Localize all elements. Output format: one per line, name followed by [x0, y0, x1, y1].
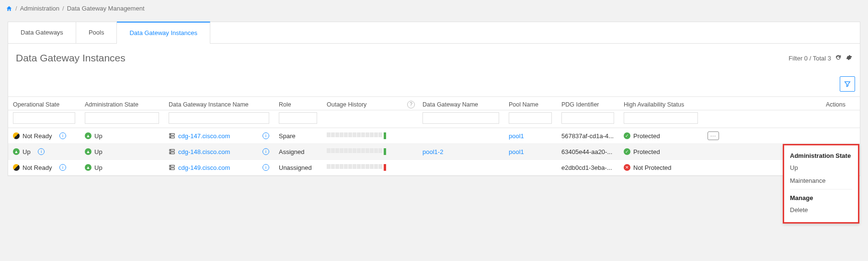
filter-counter: Filter 0 / Total 3 [788, 55, 831, 62]
instance-name-link[interactable]: cdg-148.cisco.com [178, 148, 230, 155]
dg-name-link[interactable]: pool1-2 [423, 148, 443, 155]
op-state-value: Up [23, 148, 31, 155]
col-administration-state[interactable]: Administration State [85, 101, 138, 108]
col-actions: Actions [826, 101, 845, 108]
row-actions-button[interactable]: ··· [708, 131, 719, 140]
ha-value: Not Protected [633, 164, 672, 171]
pdg-value: 63405e44-aa20-... [561, 148, 612, 155]
info-icon[interactable]: i [38, 148, 45, 155]
grid-header: Operational State Administration State D… [8, 97, 860, 110]
breadcrumb-sep: / [15, 5, 17, 12]
col-pool-name[interactable]: Pool Name [509, 101, 538, 108]
pdg-value: e2db0cd1-3eba-... [561, 164, 612, 171]
table-row[interactable]: ▲Up i▲Upcdg-148.cisco.comiAssignedpool1-… [8, 144, 860, 160]
section-header: Data Gateway Instances Filter 0 / Total … [8, 44, 860, 74]
grid: Operational State Administration State D… [8, 96, 860, 176]
home-icon[interactable] [6, 5, 12, 12]
outage-mark-green-icon [384, 132, 386, 139]
instance-name-link[interactable]: cdg-149.cisco.com [178, 164, 230, 171]
tabs: Data Gateways Pools Data Gateway Instanc… [8, 22, 860, 44]
admin-state-value: Up [94, 132, 103, 140]
refresh-icon[interactable] [835, 54, 842, 62]
main-panel: Data Gateways Pools Data Gateway Instanc… [8, 22, 860, 176]
info-icon[interactable]: i [263, 148, 269, 155]
ha-value: Protected [633, 132, 660, 140]
svg-point-6 [171, 150, 171, 151]
breadcrumb: / Administration / Data Gateway Manageme… [0, 0, 868, 17]
op-state-value: Not Ready [23, 164, 52, 171]
col-role[interactable]: Role [279, 101, 291, 108]
popup-item-delete[interactable]: Delete [790, 203, 852, 216]
outage-bar [327, 164, 386, 171]
role-value: Unassigned [279, 164, 312, 171]
tab-data-gateways[interactable]: Data Gateways [8, 22, 76, 43]
col-outage-history[interactable]: Outage History [327, 101, 366, 108]
popup-group-admin-state: Administration State [790, 149, 852, 161]
filter-toggle-row [8, 74, 860, 96]
status-up-icon: ▲ [85, 148, 91, 155]
info-icon[interactable]: i [59, 132, 66, 139]
pool-link[interactable]: pool1 [509, 148, 524, 155]
col-operational-state[interactable]: Operational State [13, 101, 59, 108]
filter-dg-name[interactable] [423, 112, 499, 124]
svg-point-3 [171, 137, 171, 137]
status-up-icon: ▲ [13, 148, 20, 155]
pool-link[interactable]: pool1 [509, 132, 524, 140]
svg-point-10 [171, 166, 171, 166]
status-not-protected-icon: ✕ [624, 164, 630, 171]
server-icon [169, 132, 175, 139]
info-icon[interactable]: i [59, 164, 66, 171]
filter-operational-state[interactable] [13, 112, 75, 124]
grid-filters [8, 110, 860, 128]
help-icon[interactable]: ? [407, 101, 415, 108]
role-value: Spare [279, 132, 296, 140]
breadcrumb-page: Data Gateway Management [67, 5, 145, 12]
table-row[interactable]: Not Ready i▲Upcdg-147.cisco.comiSparepoo… [8, 128, 860, 144]
outage-bar [327, 148, 386, 155]
filter-ha[interactable] [624, 112, 698, 124]
status-not-ready-icon [13, 132, 20, 139]
tab-pools[interactable]: Pools [76, 22, 117, 43]
filter-pool-name[interactable] [509, 112, 552, 124]
outage-bar [327, 132, 386, 139]
admin-state-value: Up [94, 148, 103, 155]
popup-item-maintenance[interactable]: Maintenance [790, 174, 852, 187]
col-instance-name[interactable]: Data Gateway Instance Name [169, 101, 249, 108]
filter-pdg[interactable] [561, 112, 614, 124]
breadcrumb-administration[interactable]: Administration [20, 5, 59, 12]
svg-point-11 [171, 168, 171, 169]
status-not-ready-icon [13, 164, 20, 171]
gear-icon[interactable] [845, 54, 852, 62]
status-up-icon: ▲ [85, 132, 91, 139]
svg-point-2 [171, 134, 171, 135]
outage-mark-red-icon [384, 164, 386, 171]
breadcrumb-sep: / [62, 5, 64, 12]
col-dg-name[interactable]: Data Gateway Name [423, 101, 478, 108]
ha-value: Protected [633, 148, 660, 155]
role-value: Assigned [279, 148, 304, 155]
col-ha-status[interactable]: High Availability Status [624, 101, 684, 108]
table-row[interactable]: Not Ready i▲Upcdg-149.cisco.comiUnassign… [8, 160, 860, 176]
instance-name-link[interactable]: cdg-147.cisco.com [178, 132, 230, 140]
pdg-value: 567837af-cd1a-4... [561, 132, 614, 140]
filter-role[interactable] [279, 112, 317, 124]
server-icon [169, 148, 175, 155]
info-icon[interactable]: i [263, 164, 269, 171]
popup-item-up[interactable]: Up [790, 161, 852, 174]
op-state-value: Not Ready [23, 132, 52, 140]
status-protected-icon: ✓ [624, 132, 630, 139]
page-title: Data Gateway Instances [16, 52, 126, 64]
actions-popup: Administration State Up Maintenance Mana… [783, 144, 859, 224]
svg-point-7 [171, 153, 171, 153]
tab-data-gateway-instances[interactable]: Data Gateway Instances [117, 22, 210, 43]
admin-state-value: Up [94, 164, 103, 171]
status-up-icon: ▲ [85, 164, 91, 171]
popup-group-manage: Manage [790, 191, 852, 203]
filter-administration-state[interactable] [85, 112, 159, 124]
col-pdg-identifier[interactable]: PDG Identifier [561, 101, 599, 108]
info-icon[interactable]: i [263, 132, 269, 139]
section-tools: Filter 0 / Total 3 [788, 54, 852, 62]
filter-instance-name[interactable] [169, 112, 269, 124]
server-icon [169, 164, 175, 171]
filter-toggle-icon[interactable] [840, 76, 855, 92]
